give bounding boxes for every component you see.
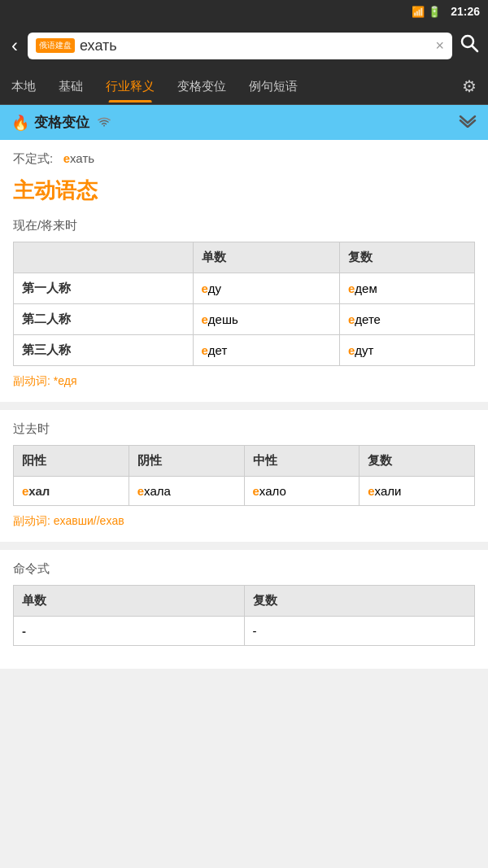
- person-2: 第二人称: [14, 304, 194, 335]
- past-header-masc: 阳性: [14, 446, 129, 477]
- wifi-icon: [98, 116, 111, 129]
- present-participle-label: 副动词:: [13, 374, 50, 387]
- search-input-wrapper[interactable]: 俄语建盘 ехать ×: [28, 33, 452, 59]
- section-divider: [0, 402, 488, 410]
- past-neut: ехало: [244, 477, 359, 506]
- table-row: 第二人称 едешь едете: [14, 304, 475, 335]
- imp-header-singular: 单数: [14, 586, 245, 617]
- imperative-section: 命令式 单数 复数 - -: [13, 561, 475, 646]
- tab-examples[interactable]: 例句短语: [237, 71, 309, 103]
- person-3: 第三人称: [14, 335, 194, 366]
- present-2p-rest: дете: [355, 312, 381, 326]
- present-3s-rest: дет: [208, 343, 227, 357]
- present-header-singular: 单数: [193, 242, 339, 273]
- past-tense-label: 过去时: [13, 421, 475, 437]
- person-1: 第一人称: [14, 273, 194, 304]
- present-tense-label: 现在/将来时: [13, 218, 475, 233]
- search-button[interactable]: [459, 33, 480, 59]
- imperative-label: 命令式: [13, 561, 475, 577]
- search-query-text: ехать: [80, 37, 430, 55]
- main-content: 不定式: ехать 主动语态 现在/将来时 单数 复数 第一人称: [0, 140, 488, 669]
- present-3-plural: едут: [339, 335, 474, 366]
- input-badge: 俄语建盘: [36, 38, 75, 53]
- past-plur: ехали: [359, 477, 475, 506]
- status-bar: 📶 🔋 21:26: [0, 0, 488, 23]
- past-header-fem: 阴性: [129, 446, 244, 477]
- voice-title: 主动语态: [13, 177, 475, 205]
- fire-icon: 🔥: [11, 114, 29, 132]
- tab-conjugation[interactable]: 变格变位: [166, 71, 237, 103]
- tab-local[interactable]: 本地: [0, 71, 47, 103]
- battery-icon: 🔋: [428, 6, 441, 18]
- imp-singular: -: [14, 617, 245, 646]
- present-3p-rest: дут: [355, 343, 373, 357]
- section-header: 🔥 变格变位: [0, 105, 488, 140]
- section-header-title: 🔥 变格变位: [11, 113, 111, 132]
- content: 🔥 变格变位 不定式: ехать: [0, 105, 488, 669]
- table-row: ехал ехала ехало ехали: [14, 477, 475, 506]
- present-1s-rest: ду: [208, 281, 221, 295]
- back-button[interactable]: ‹: [8, 31, 21, 60]
- present-2s-rest: дешь: [208, 312, 238, 326]
- present-1-singular: еду: [193, 273, 339, 304]
- past-masc: ехал: [14, 477, 129, 506]
- past-header-neut: 中性: [244, 446, 359, 477]
- present-participle-text: *едя: [54, 374, 77, 387]
- present-1s-prefix: е: [202, 281, 208, 295]
- present-3s-prefix: е: [202, 343, 208, 357]
- signal-icon: 📶: [412, 6, 425, 18]
- infinitive-label: 不定式:: [13, 151, 53, 165]
- settings-button[interactable]: ⚙: [451, 68, 488, 104]
- status-icons: 📶 🔋 21:26: [412, 5, 480, 18]
- tab-basic[interactable]: 基础: [47, 71, 94, 103]
- past-participle-line: 副动词: еxавши//еxав: [13, 514, 475, 529]
- svg-line-1: [473, 46, 478, 52]
- section-title: 变格变位: [34, 113, 89, 132]
- imp-plural: -: [244, 617, 475, 646]
- past-tense-section: 过去时 阳性 阴性 中性 复数 ехал ехала ехало ехал: [13, 421, 475, 529]
- table-row: 第一人称 еду едем: [14, 273, 475, 304]
- present-1-plural: едем: [339, 273, 474, 304]
- present-participle-line: 副动词: *едя: [13, 374, 475, 389]
- imperative-table: 单数 复数 - -: [13, 585, 475, 646]
- present-header-plural: 复数: [339, 242, 474, 273]
- present-2-singular: едешь: [193, 304, 339, 335]
- present-2s-prefix: е: [202, 312, 208, 326]
- tab-industry[interactable]: 行业释义: [94, 71, 166, 103]
- table-row: - -: [14, 617, 475, 646]
- chevron-down-icon[interactable]: [459, 113, 477, 132]
- present-3-singular: едет: [193, 335, 339, 366]
- imp-header-plural: 复数: [244, 586, 475, 617]
- past-participle-label: 副动词:: [13, 514, 50, 527]
- infinitive-line: 不定式: ехать: [13, 151, 475, 167]
- clear-button[interactable]: ×: [435, 37, 444, 55]
- table-row: 第三人称 едет едут: [14, 335, 475, 366]
- present-1p-rest: дем: [355, 281, 377, 295]
- past-tense-table: 阳性 阴性 中性 复数 ехал ехала ехало ехали: [13, 445, 475, 506]
- past-header-plur: 复数: [359, 446, 475, 477]
- past-participle-text: еxавши//еxав: [54, 514, 124, 527]
- section-divider-2: [0, 542, 488, 550]
- status-time: 21:26: [451, 5, 480, 18]
- nav-tabs: 本地 基础 行业释义 变格变位 例句短语 ⚙: [0, 68, 488, 105]
- infinitive-prefix: е: [63, 151, 70, 165]
- present-tense-table: 单数 复数 第一人称 еду едем 第二人称 едешь едете: [13, 242, 475, 366]
- present-header-empty: [14, 242, 194, 273]
- past-fem: ехала: [129, 477, 244, 506]
- present-2-plural: едете: [339, 304, 474, 335]
- search-bar: ‹ 俄语建盘 ехать ×: [0, 23, 488, 68]
- infinitive-rest: хать: [70, 151, 94, 165]
- present-tense-section: 现在/将来时 单数 复数 第一人称 еду едем: [13, 218, 475, 389]
